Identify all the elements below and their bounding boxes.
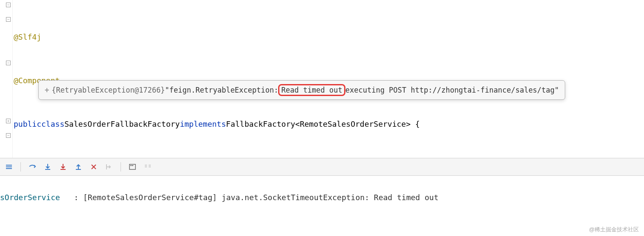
svg-rect-5 — [76, 169, 81, 170]
expand-icon[interactable]: + — [45, 86, 49, 94]
svg-rect-12 — [149, 166, 151, 167]
highlighted-text: Read timed out — [278, 84, 345, 96]
fold-icon[interactable]: + — [6, 119, 11, 123]
show-execution-point-icon[interactable] — [5, 163, 13, 171]
fold-icon[interactable]: − — [6, 17, 11, 22]
svg-rect-0 — [6, 165, 12, 166]
debug-toolbar — [0, 158, 644, 176]
svg-rect-2 — [6, 168, 12, 169]
run-to-cursor-icon[interactable] — [105, 163, 113, 171]
step-out-icon[interactable] — [75, 163, 82, 171]
trace-current-stream-chain-icon[interactable] — [144, 163, 152, 171]
svg-rect-6 — [129, 164, 135, 169]
svg-rect-7 — [130, 165, 132, 166]
keyword: class — [41, 117, 64, 131]
fold-icon[interactable]: − — [6, 3, 11, 7]
keyword: implements — [180, 117, 226, 131]
svg-rect-11 — [149, 165, 151, 166]
class-name: SalesOrderFallbackFactory — [64, 117, 180, 131]
svg-rect-3 — [45, 169, 50, 170]
console-area[interactable]: sOrderService : [RemoteSalesOrderService… — [0, 176, 644, 236]
code-line: public class SalesOrderFallbackFactory i… — [14, 117, 644, 131]
gutter: − − − + − — [0, 0, 13, 158]
svg-rect-10 — [145, 166, 147, 167]
svg-rect-9 — [145, 165, 147, 166]
type: FallbackFactory<RemoteSalesOrderService>… — [226, 117, 420, 131]
drop-frame-icon[interactable] — [90, 163, 98, 171]
step-into-icon[interactable] — [44, 163, 52, 171]
object-reference: {RetryableException@17266} — [52, 86, 165, 94]
fold-icon[interactable]: − — [6, 133, 11, 138]
code-content[interactable]: @Slf4j @Component public class SalesOrde… — [0, 0, 644, 158]
annotation: @Slf4j — [14, 30, 41, 44]
watermark: @稀土掘金技术社区 — [589, 226, 639, 233]
svg-rect-4 — [60, 169, 66, 170]
separator — [121, 162, 121, 172]
fold-icon[interactable]: − — [6, 61, 11, 65]
force-step-into-icon[interactable] — [59, 163, 67, 171]
svg-rect-8 — [132, 165, 133, 166]
separator — [20, 162, 21, 172]
svg-rect-1 — [6, 166, 12, 167]
console-line: sOrderService : [RemoteSalesOrderService… — [0, 180, 644, 202]
evaluate-expression-icon[interactable] — [129, 163, 136, 171]
code-line: @Slf4j — [14, 30, 644, 44]
log-message: : [RemoteSalesOrderService#tag] java.net… — [60, 193, 439, 202]
service-name: sOrderService — [0, 193, 60, 202]
tooltip-text: "feign.RetryableException: — [165, 86, 278, 94]
step-over-icon[interactable] — [29, 163, 36, 171]
code-editor[interactable]: − − − + − @Slf4j @Component public class… — [0, 0, 644, 158]
tooltip-text: executing POST http://zhongtai-finance/s… — [345, 86, 559, 94]
keyword: public — [14, 117, 41, 131]
debug-tooltip[interactable]: + {RetryableException@17266} "feign.Retr… — [38, 80, 565, 100]
